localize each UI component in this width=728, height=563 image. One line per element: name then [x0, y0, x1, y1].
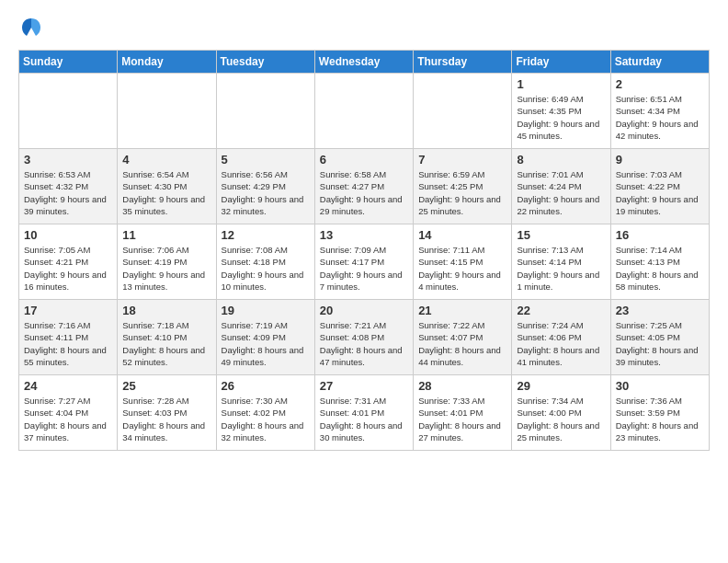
calendar-cell: 8Sunrise: 7:01 AM Sunset: 4:24 PM Daylig… [512, 149, 610, 224]
header-row: SundayMondayTuesdayWednesdayThursdayFrid… [19, 51, 710, 74]
day-info: Sunrise: 7:19 AM Sunset: 4:09 PM Dayligh… [222, 319, 310, 368]
day-info: Sunrise: 7:34 AM Sunset: 4:00 PM Dayligh… [517, 395, 605, 443]
day-number: 16 [616, 228, 704, 242]
col-header-saturday: Saturday [610, 51, 709, 74]
day-info: Sunrise: 6:59 AM Sunset: 4:25 PM Dayligh… [418, 168, 506, 217]
day-number: 18 [122, 304, 210, 317]
calendar-cell: 4Sunrise: 6:54 AM Sunset: 4:30 PM Daylig… [118, 149, 216, 224]
day-number: 1 [517, 77, 605, 91]
calendar-cell [314, 74, 413, 149]
day-number: 14 [418, 228, 506, 242]
day-number: 13 [320, 228, 408, 242]
calendar-cell: 19Sunrise: 7:19 AM Sunset: 4:09 PM Dayli… [216, 300, 314, 375]
day-info: Sunrise: 6:53 AM Sunset: 4:32 PM Dayligh… [24, 168, 112, 217]
day-number: 20 [320, 304, 408, 317]
day-info: Sunrise: 7:05 AM Sunset: 4:21 PM Dayligh… [24, 244, 112, 293]
day-info: Sunrise: 7:27 AM Sunset: 4:04 PM Dayligh… [24, 395, 112, 443]
day-info: Sunrise: 7:36 AM Sunset: 3:59 PM Dayligh… [616, 395, 704, 443]
day-info: Sunrise: 7:13 AM Sunset: 4:14 PM Dayligh… [517, 244, 605, 293]
calendar-cell: 30Sunrise: 7:36 AM Sunset: 3:59 PM Dayli… [610, 375, 709, 451]
day-number: 10 [24, 228, 112, 242]
day-number: 30 [616, 379, 704, 393]
day-info: Sunrise: 7:30 AM Sunset: 4:02 PM Dayligh… [222, 395, 310, 443]
col-header-monday: Monday [118, 51, 216, 74]
calendar-cell: 15Sunrise: 7:13 AM Sunset: 4:14 PM Dayli… [512, 224, 610, 300]
day-info: Sunrise: 7:03 AM Sunset: 4:22 PM Dayligh… [616, 168, 704, 217]
calendar-cell: 16Sunrise: 7:14 AM Sunset: 4:13 PM Dayli… [610, 224, 709, 300]
calendar-cell: 5Sunrise: 6:56 AM Sunset: 4:29 PM Daylig… [216, 149, 314, 224]
header [18, 15, 710, 40]
day-info: Sunrise: 6:51 AM Sunset: 4:34 PM Dayligh… [616, 93, 704, 142]
calendar-cell: 6Sunrise: 6:58 AM Sunset: 4:27 PM Daylig… [314, 149, 413, 224]
day-number: 9 [616, 153, 704, 167]
col-header-sunday: Sunday [19, 51, 118, 74]
day-info: Sunrise: 6:54 AM Sunset: 4:30 PM Dayligh… [122, 168, 210, 217]
day-number: 28 [418, 379, 506, 393]
page: SundayMondayTuesdayWednesdayThursdayFrid… [0, 0, 728, 465]
logo [18, 15, 46, 40]
day-number: 7 [418, 153, 506, 167]
calendar-cell: 1Sunrise: 6:49 AM Sunset: 4:35 PM Daylig… [512, 74, 610, 149]
calendar-cell: 26Sunrise: 7:30 AM Sunset: 4:02 PM Dayli… [216, 375, 314, 451]
day-info: Sunrise: 7:24 AM Sunset: 4:06 PM Dayligh… [517, 319, 605, 368]
day-number: 5 [222, 153, 310, 167]
calendar-cell: 27Sunrise: 7:31 AM Sunset: 4:01 PM Dayli… [314, 375, 413, 451]
day-number: 17 [24, 304, 112, 317]
day-number: 12 [222, 228, 310, 242]
calendar-cell: 3Sunrise: 6:53 AM Sunset: 4:32 PM Daylig… [19, 149, 118, 224]
calendar-cell: 21Sunrise: 7:22 AM Sunset: 4:07 PM Dayli… [414, 300, 512, 375]
calendar-cell: 13Sunrise: 7:09 AM Sunset: 4:17 PM Dayli… [314, 224, 413, 300]
day-number: 11 [122, 228, 210, 242]
day-number: 27 [320, 379, 408, 393]
day-info: Sunrise: 7:18 AM Sunset: 4:10 PM Dayligh… [122, 319, 210, 368]
day-info: Sunrise: 7:31 AM Sunset: 4:01 PM Dayligh… [320, 395, 408, 443]
calendar-cell: 18Sunrise: 7:18 AM Sunset: 4:10 PM Dayli… [118, 300, 216, 375]
day-info: Sunrise: 7:09 AM Sunset: 4:17 PM Dayligh… [320, 244, 408, 293]
calendar-cell: 10Sunrise: 7:05 AM Sunset: 4:21 PM Dayli… [19, 224, 118, 300]
col-header-thursday: Thursday [414, 51, 512, 74]
day-info: Sunrise: 7:06 AM Sunset: 4:19 PM Dayligh… [122, 244, 210, 293]
calendar-cell: 7Sunrise: 6:59 AM Sunset: 4:25 PM Daylig… [414, 149, 512, 224]
calendar-cell: 23Sunrise: 7:25 AM Sunset: 4:05 PM Dayli… [610, 300, 709, 375]
day-number: 6 [320, 153, 408, 167]
day-number: 15 [517, 228, 605, 242]
day-info: Sunrise: 7:21 AM Sunset: 4:08 PM Dayligh… [320, 319, 408, 368]
day-info: Sunrise: 7:33 AM Sunset: 4:01 PM Dayligh… [418, 395, 506, 443]
col-header-friday: Friday [512, 51, 610, 74]
day-number: 4 [122, 153, 210, 167]
calendar-cell: 2Sunrise: 6:51 AM Sunset: 4:34 PM Daylig… [610, 74, 709, 149]
calendar-cell: 25Sunrise: 7:28 AM Sunset: 4:03 PM Dayli… [118, 375, 216, 451]
week-row-1: 1Sunrise: 6:49 AM Sunset: 4:35 PM Daylig… [19, 74, 710, 149]
day-info: Sunrise: 7:14 AM Sunset: 4:13 PM Dayligh… [616, 244, 704, 293]
calendar-cell: 12Sunrise: 7:08 AM Sunset: 4:18 PM Dayli… [216, 224, 314, 300]
day-number: 19 [222, 304, 310, 317]
calendar-cell: 29Sunrise: 7:34 AM Sunset: 4:00 PM Dayli… [512, 375, 610, 451]
calendar-cell: 22Sunrise: 7:24 AM Sunset: 4:06 PM Dayli… [512, 300, 610, 375]
day-number: 29 [517, 379, 605, 393]
day-info: Sunrise: 7:16 AM Sunset: 4:11 PM Dayligh… [24, 319, 112, 368]
logo-icon [18, 15, 44, 40]
calendar-cell [216, 74, 314, 149]
day-number: 26 [222, 379, 310, 393]
day-number: 3 [24, 153, 112, 167]
day-number: 2 [616, 77, 704, 91]
calendar-cell: 9Sunrise: 7:03 AM Sunset: 4:22 PM Daylig… [610, 149, 709, 224]
calendar-cell: 17Sunrise: 7:16 AM Sunset: 4:11 PM Dayli… [19, 300, 118, 375]
col-header-tuesday: Tuesday [216, 51, 314, 74]
calendar-cell: 24Sunrise: 7:27 AM Sunset: 4:04 PM Dayli… [19, 375, 118, 451]
day-info: Sunrise: 7:25 AM Sunset: 4:05 PM Dayligh… [616, 319, 704, 368]
day-info: Sunrise: 7:22 AM Sunset: 4:07 PM Dayligh… [418, 319, 506, 368]
week-row-5: 24Sunrise: 7:27 AM Sunset: 4:04 PM Dayli… [19, 375, 710, 451]
day-info: Sunrise: 7:11 AM Sunset: 4:15 PM Dayligh… [418, 244, 506, 293]
calendar-cell: 11Sunrise: 7:06 AM Sunset: 4:19 PM Dayli… [118, 224, 216, 300]
calendar-cell: 28Sunrise: 7:33 AM Sunset: 4:01 PM Dayli… [414, 375, 512, 451]
calendar-cell: 14Sunrise: 7:11 AM Sunset: 4:15 PM Dayli… [414, 224, 512, 300]
calendar-cell [118, 74, 216, 149]
day-info: Sunrise: 7:28 AM Sunset: 4:03 PM Dayligh… [122, 395, 210, 443]
day-number: 24 [24, 379, 112, 393]
day-number: 22 [517, 304, 605, 317]
col-header-wednesday: Wednesday [314, 51, 413, 74]
calendar-cell [19, 74, 118, 149]
day-info: Sunrise: 6:49 AM Sunset: 4:35 PM Dayligh… [517, 93, 605, 142]
calendar-cell: 20Sunrise: 7:21 AM Sunset: 4:08 PM Dayli… [314, 300, 413, 375]
